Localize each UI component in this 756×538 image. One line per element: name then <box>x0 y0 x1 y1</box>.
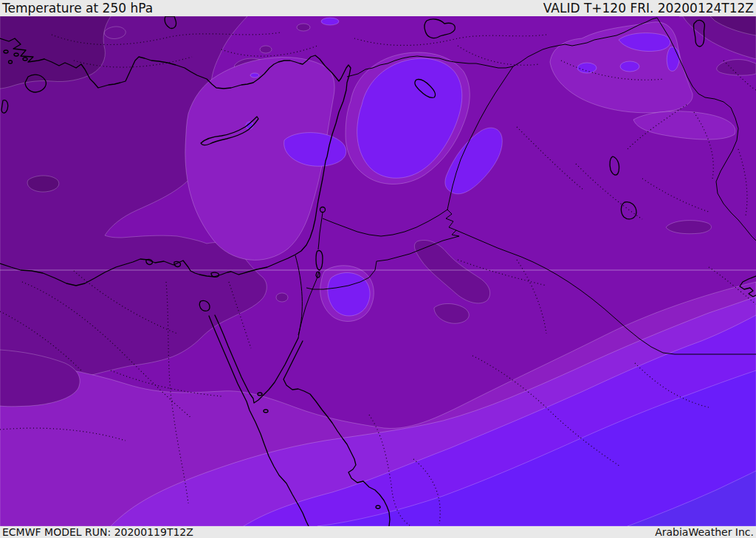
temperature-map <box>0 16 756 526</box>
model-run-label: ECMWF MODEL RUN: 20200119T12Z <box>2 526 193 538</box>
valid-time-label: VALID T+120 FRI. 20200124T12Z <box>543 1 754 15</box>
map-canvas <box>0 16 756 526</box>
status-bar: ECMWF MODEL RUN: 20200119T12Z ArabiaWeat… <box>0 526 756 538</box>
page-title: Temperature at 250 hPa <box>2 1 153 15</box>
brand-label: ArabiaWeather Inc. <box>655 526 754 538</box>
title-bar: Temperature at 250 hPa VALID T+120 FRI. … <box>0 0 756 16</box>
fill-warmest-blob <box>27 176 59 192</box>
weather-map-window: Temperature at 250 hPa VALID T+120 FRI. … <box>0 0 756 538</box>
